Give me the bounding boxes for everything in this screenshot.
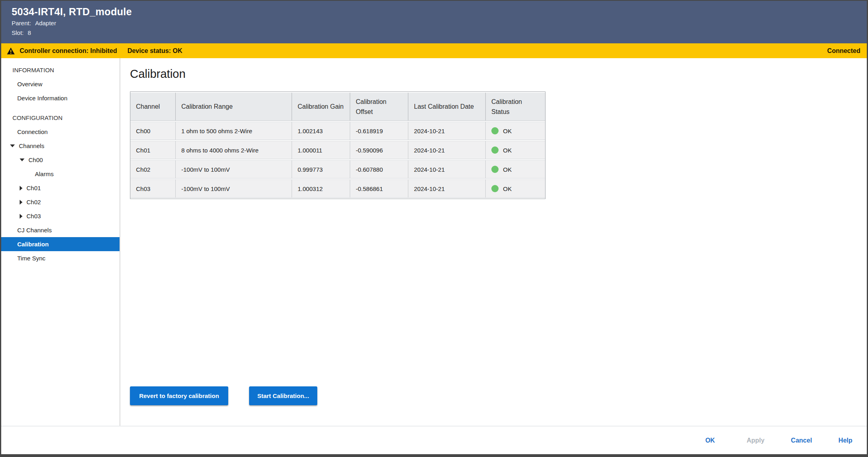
sidebar-item-device-information[interactable]: Device Information [1,91,120,105]
content-heading: Calibration [130,67,867,81]
page-title: 5034-IRT4I, RTD_module [12,5,856,18]
sidebar-item-label: Overview [17,81,43,87]
cell-date: 2024-10-21 [408,141,486,159]
status-ok-icon [491,146,499,154]
col-header-channel: Channel [130,93,176,121]
sidebar-item-ch03[interactable]: Ch03 [1,209,120,223]
sidebar-item-cj-channels[interactable]: CJ Channels [1,223,120,237]
chevron-right-icon [20,186,22,191]
status-ok-icon [491,185,499,192]
sidebar-item-overview[interactable]: Overview [1,77,120,91]
device-status: Device status: OK [128,47,183,55]
cell-date: 2024-10-21 [408,122,486,140]
body: INFORMATION Overview Device Information … [1,58,867,426]
parent-value: Adapter [35,20,56,26]
cell-status: OK [486,179,545,198]
sidebar-nav: INFORMATION Overview Device Information … [1,58,120,426]
parent-line: Parent:Adapter [12,18,856,28]
table-row: Ch01 8 ohms to 4000 ohms 2-Wire 1.000011… [130,141,545,159]
sidebar-item-label: Device Information [17,95,67,102]
revert-factory-calibration-button[interactable]: Revert to factory calibration [130,386,228,405]
warning-icon [7,47,15,55]
sidebar-item-label: Ch03 [26,213,41,219]
sidebar-item-time-sync[interactable]: Time Sync [1,251,120,265]
table-row: Ch00 1 ohm to 500 ohms 2-Wire 1.002143 -… [130,122,545,140]
col-header-calibration-gain: Calibration Gain [292,93,350,121]
cell-offset: -0.607880 [350,160,408,179]
sidebar-item-label: Ch01 [26,185,41,191]
sidebar-item-label: Ch02 [26,199,41,205]
sidebar-item-label: Ch00 [28,156,43,163]
help-button[interactable]: Help [834,437,856,444]
cell-gain: 1.000011 [292,141,350,159]
sidebar-item-alarms[interactable]: Alarms [1,167,120,181]
start-calibration-button[interactable]: Start Calibration... [249,386,317,405]
sidebar-item-label: CJ Channels [17,227,52,234]
cell-gain: 1.002143 [292,122,350,140]
cell-status: OK [486,122,545,140]
sidebar-item-label: Connection [17,128,48,135]
col-header-last-calibration-date: Last Calibration Date [408,93,486,121]
table-row: Ch03 -100mV to 100mV 1.000312 -0.586861 … [130,179,545,198]
col-header-calibration-offset: Calibration Offset [350,93,408,121]
device-profile-window: 5034-IRT4I, RTD_module Parent:Adapter Sl… [0,0,868,457]
cell-offset: -0.586861 [350,179,408,198]
section-label-configuration: CONFIGURATION [1,111,120,125]
status-bar: Controller connection: Inhibited Device … [1,43,867,58]
sidebar-item-ch02[interactable]: Ch02 [1,195,120,209]
slot-line: Slot:8 [12,28,856,38]
calibration-actions: Revert to factory calibration Start Cali… [130,386,317,405]
chevron-down-icon [10,144,15,147]
calibration-table: Channel Calibration Range Calibration Ga… [130,91,546,199]
slot-label: Slot: [12,29,24,36]
cell-channel: Ch01 [130,141,176,159]
chevron-down-icon [20,158,24,161]
sidebar-item-calibration[interactable]: Calibration [1,237,120,251]
cell-channel: Ch02 [130,160,176,179]
cell-channel: Ch03 [130,179,176,198]
cell-offset: -0.618919 [350,122,408,140]
sidebar-item-label: Calibration [17,241,49,248]
cell-channel: Ch00 [130,122,176,140]
status-text: OK [503,166,512,173]
cell-status: OK [486,141,545,159]
chevron-right-icon [20,214,22,219]
sidebar-item-label: Time Sync [17,255,45,262]
cell-date: 2024-10-21 [408,179,486,198]
connection-state: Connected [827,47,860,55]
cell-range: -100mV to 100mV [176,179,292,198]
cell-offset: -0.590096 [350,141,408,159]
cell-range: 1 ohm to 500 ohms 2-Wire [176,122,292,140]
table-row: Ch02 -100mV to 100mV 0.999773 -0.607880 … [130,160,545,179]
parent-label: Parent: [12,20,31,26]
sidebar-item-ch01[interactable]: Ch01 [1,181,120,195]
col-header-calibration-status: Calibration Status [486,93,545,121]
sidebar-item-ch00[interactable]: Ch00 [1,153,120,167]
status-text: OK [503,185,512,192]
cell-gain: 1.000312 [292,179,350,198]
sidebar-item-channels[interactable]: Channels [1,139,120,153]
cancel-button[interactable]: Cancel [787,437,816,444]
status-ok-icon [491,127,499,134]
sidebar-item-label: Channels [19,142,44,149]
slot-value: 8 [28,29,31,36]
sidebar-item-label: Alarms [35,171,54,177]
ok-button[interactable]: OK [696,431,724,449]
apply-button[interactable]: Apply [742,437,768,444]
status-ok-icon [491,166,499,173]
cell-range: -100mV to 100mV [176,160,292,179]
dialog-footer: OK Apply Cancel Help [1,426,867,454]
sidebar-item-connection[interactable]: Connection [1,125,120,139]
status-text: OK [503,147,512,154]
chevron-right-icon [20,200,22,205]
titlebar: 5034-IRT4I, RTD_module Parent:Adapter Sl… [1,1,867,43]
cell-range: 8 ohms to 4000 ohms 2-Wire [176,141,292,159]
table-header-row: Channel Calibration Range Calibration Ga… [130,93,545,121]
main-content: Calibration Channel Calibration Range Ca… [120,58,867,426]
col-header-calibration-range: Calibration Range [176,93,292,121]
section-label-information: INFORMATION [1,63,120,77]
status-text: OK [503,128,512,134]
controller-connection-status: Controller connection: Inhibited [20,47,117,55]
cell-gain: 0.999773 [292,160,350,179]
cell-date: 2024-10-21 [408,160,486,179]
